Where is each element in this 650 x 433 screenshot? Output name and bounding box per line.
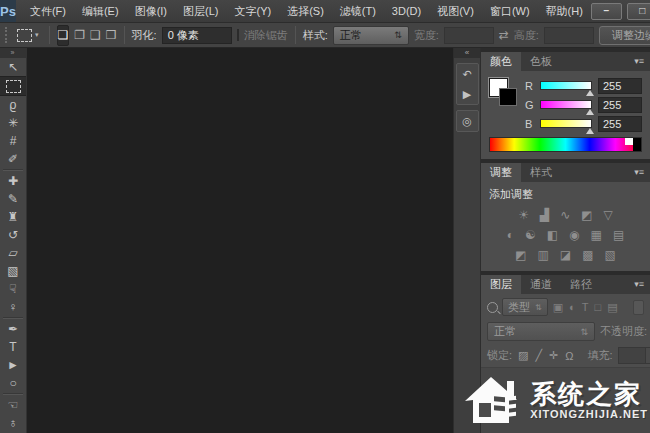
blend-mode-select[interactable]: 正常 ⇅ [487,322,595,341]
tools-collapse-handle[interactable]: » [0,48,26,58]
menu-item-layer[interactable]: 图层(L) [175,0,226,22]
properties-panel-icon[interactable]: ◎ [458,112,477,130]
menu-item-type[interactable]: 文字(Y) [226,0,279,22]
magic-wand-tool[interactable]: ✳ [1,114,25,132]
actions-panel-icon[interactable]: ▶ [458,85,477,103]
feather-input[interactable]: 0 像素 [162,27,232,44]
tab-channels[interactable]: 通道 [521,275,561,294]
photo-filter-icon[interactable]: ◉ [569,227,579,243]
minimize-button[interactable]: – [591,3,622,20]
posterize-icon[interactable]: ▥ [537,247,548,263]
tab-paths[interactable]: 路径 [561,275,601,294]
new-selection-button[interactable]: ❏ [57,25,70,46]
green-value-input[interactable]: 255 [598,97,642,113]
filter-adjustment-layers-icon[interactable]: ◐ [568,301,577,313]
tab-adjustments[interactable]: 调整 [481,163,521,182]
menu-item-image[interactable]: 图像(I) [127,0,175,22]
rectangular-marquee-tool[interactable] [0,76,26,96]
healing-brush-tool[interactable]: ✚ [1,172,25,190]
smudge-tool[interactable]: ☟ [1,280,25,298]
black-swatch[interactable] [633,138,641,151]
filter-pixel-layers-icon[interactable]: ▣ [552,301,564,314]
blue-value-input[interactable]: 255 [598,116,642,132]
hand-tool[interactable]: ☜ [1,396,25,414]
exposure-icon[interactable]: ◩ [581,207,592,223]
crop-tool[interactable]: # [1,132,25,150]
layer-filter-toggle[interactable] [633,300,644,315]
slider-thumb[interactable] [586,109,594,115]
tab-swatches[interactable]: 色板 [521,52,561,71]
fill-input[interactable]: ▾ [618,347,650,364]
pen-tool[interactable]: ✒ [1,320,25,338]
clone-stamp-tool[interactable]: ♜ [1,208,25,226]
lasso-tool[interactable]: ϱ [1,96,25,114]
white-swatch[interactable] [625,138,633,145]
intersect-selection-button[interactable]: ❒ [106,26,117,45]
filter-type-layers-icon[interactable]: T [581,301,590,313]
panel-menu-icon[interactable]: ▾≡ [628,52,650,71]
channel-mixer-icon[interactable]: ▦ [591,227,602,243]
eyedropper-tool[interactable]: ✐ [1,150,25,168]
lock-transparency-icon[interactable]: ▨ [517,349,529,362]
background-color-swatch[interactable] [499,88,517,106]
type-tool[interactable]: T [1,338,25,356]
red-slider[interactable] [540,81,592,90]
vibrance-icon[interactable]: ▽ [604,207,613,223]
blue-slider[interactable] [540,119,592,128]
tab-styles[interactable]: 样式 [521,163,561,182]
tool-preset-picker[interactable]: ▾ [14,27,42,44]
zoom-tool[interactable]: ♁ [1,414,25,432]
move-tool[interactable]: ↖ [1,58,25,76]
panel-menu-icon[interactable]: ▾≡ [628,163,650,182]
black-white-icon[interactable]: ◧ [547,227,558,243]
ellipse-tool[interactable]: ○ [1,374,25,392]
gradient-tool[interactable]: ▧ [1,262,25,280]
threshold-icon[interactable]: ◪ [560,247,571,263]
gradient-map-icon[interactable]: ▧ [605,247,616,263]
levels-icon[interactable]: ▟ [540,207,549,223]
tab-layers[interactable]: 图层 [481,275,521,294]
swap-dimensions-icon[interactable]: ⇄ [499,28,509,42]
color-balance-icon[interactable]: ☯ [525,227,536,243]
selective-color-icon[interactable]: ▩ [582,247,593,263]
menu-item-3d[interactable]: 3D(D) [384,0,429,22]
menu-item-file[interactable]: 文件(F) [22,0,74,22]
invert-icon[interactable]: ◩ [515,247,526,263]
filter-shape-layers-icon[interactable]: □ [594,301,603,313]
filter-kind-select[interactable]: 类型 ⇅ [502,298,548,316]
maximize-button[interactable]: □ [627,3,650,20]
slider-thumb[interactable] [586,128,594,134]
slider-thumb[interactable] [586,90,594,96]
menu-item-window[interactable]: 窗口(W) [482,0,538,22]
eraser-tool[interactable]: ▱ [1,244,25,262]
history-panel-icon[interactable]: ↶ [458,65,477,83]
history-brush-tool[interactable]: ↺ [1,226,25,244]
dock-expand-handle[interactable]: « [454,48,480,58]
lock-all-icon[interactable]: Ω [564,350,574,362]
layer-list-empty[interactable] [481,367,650,433]
lock-pixels-icon[interactable]: ╱ [534,349,543,362]
brightness-contrast-icon[interactable]: ☀ [518,207,529,223]
panel-menu-icon[interactable]: ▾≡ [628,275,650,294]
menu-item-edit[interactable]: 编辑(E) [74,0,127,22]
antialias-checkbox[interactable] [237,29,239,41]
menu-item-select[interactable]: 选择(S) [279,0,332,22]
hue-saturation-icon[interactable]: ◐ [507,227,514,243]
menu-item-view[interactable]: 视图(V) [429,0,482,22]
menu-item-filter[interactable]: 滤镜(T) [332,0,384,22]
height-input[interactable] [544,27,594,44]
width-input[interactable] [444,27,494,44]
brush-tool[interactable]: ✎ [1,190,25,208]
add-selection-button[interactable]: ❐ [74,26,85,45]
color-spectrum-ramp[interactable] [489,137,642,152]
menu-item-help[interactable]: 帮助(H) [538,0,591,22]
path-selection-tool[interactable]: ► [1,356,25,374]
tab-color[interactable]: 颜色 [481,52,521,71]
dodge-tool[interactable]: ♀ [1,298,25,316]
refine-edge-button[interactable]: 调整边缘… [599,26,650,45]
filter-smart-objects-icon[interactable]: ▤ [606,301,618,314]
canvas-area[interactable] [27,48,453,433]
lock-position-icon[interactable]: ✛ [548,349,559,362]
green-slider[interactable] [540,100,592,109]
subtract-selection-button[interactable]: ❑ [90,26,101,45]
